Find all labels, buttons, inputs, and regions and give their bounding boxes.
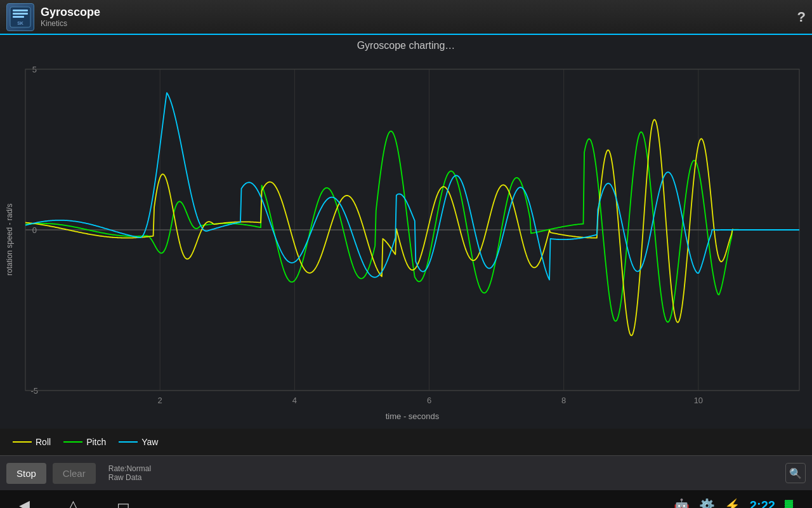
settings-icon: ⚙️ [699,498,715,508]
gyroscope-chart[interactable] [19,57,812,422]
android-icon: 🤖 [674,498,690,508]
usb-icon: ⚡ [724,498,740,508]
clock-display: 2:22 [750,498,775,509]
svg-text:SK: SK [17,21,23,25]
roll-line-icon [13,441,32,443]
home-button[interactable]: △ [68,497,79,508]
svg-rect-1 [13,10,28,11]
y-axis-label: rotation speed - rad/s [0,57,19,422]
yaw-label: Yaw [141,437,158,447]
nav-bar: ◀ △ ▭ 🤖 ⚙️ ⚡ 2:22 ▓ [0,490,812,508]
yaw-line-icon [119,441,138,443]
pitch-label: Pitch [86,437,106,447]
chart-container: Gyroscope charting… rotation speed - rad… [0,35,812,429]
svg-rect-3 [13,16,24,18]
help-button[interactable]: ? [797,9,806,25]
app-header: SK Gyroscope Kinetics ? [0,0,812,35]
back-button[interactable]: ◀ [19,497,30,508]
legend-roll: Roll [13,437,51,447]
legend-yaw: Yaw [119,437,158,447]
legend: Roll Pitch Yaw [0,429,812,455]
data-label: Raw Data [108,473,151,482]
chart-title: Gyroscope charting… [0,35,812,57]
chart-wrap: rotation speed - rad/s [0,57,812,422]
svg-rect-2 [13,13,28,15]
nav-right: 🤖 ⚙️ ⚡ 2:22 ▓ [674,498,793,508]
rate-info: Rate:Normal Raw Data [108,464,151,482]
stop-button[interactable]: Stop [6,463,46,484]
roll-label: Roll [36,437,51,447]
app-title: Gyroscope [41,6,100,19]
chart-inner [19,57,812,422]
header-left: SK Gyroscope Kinetics [6,3,100,31]
nav-left: ◀ △ ▭ [19,497,130,508]
clear-button[interactable]: Clear [53,463,96,484]
app-title-block: Gyroscope Kinetics [41,6,100,28]
pitch-line-icon [63,441,82,443]
rate-label: Rate:Normal [108,464,151,473]
battery-icon: ▓ [785,499,793,509]
zoom-button[interactable]: 🔍 [785,463,806,483]
legend-pitch: Pitch [63,437,106,447]
bottom-bar: Stop Clear Rate:Normal Raw Data 🔍 [0,455,812,490]
recents-button[interactable]: ▭ [117,497,130,508]
bottom-right: 🔍 [785,463,806,483]
app-icon: SK [6,3,34,31]
app-subtitle: Kinetics [41,19,100,28]
